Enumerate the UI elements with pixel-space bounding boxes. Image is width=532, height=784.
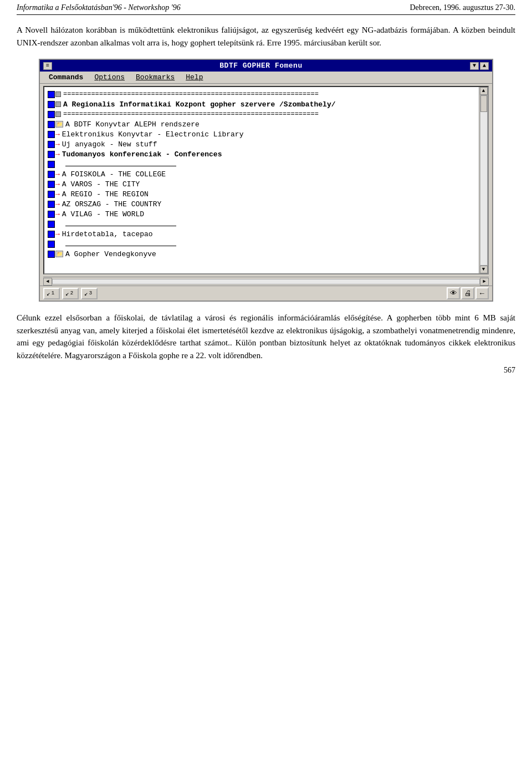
folder-icon: 📁: [55, 121, 63, 128]
row-icons: 📁: [48, 121, 63, 128]
item-text: Hirdetotabla, tacepao: [62, 230, 153, 238]
row-icons: →: [48, 150, 60, 159]
list-item: [48, 239, 484, 249]
blue-square-icon: [48, 91, 55, 98]
row-icons: →: [48, 190, 60, 198]
blue-square-icon: [48, 151, 55, 158]
back-icon[interactable]: ←: [475, 287, 489, 299]
item-text: A BDTF Konyvtar ALEPH rendszere: [65, 120, 200, 129]
status-icon-group: 👁 🖨 ←: [447, 287, 489, 299]
list-item[interactable]: → Elektronikus Konyvtar - Electronic Lib…: [48, 129, 484, 139]
arrow-right-icon: →: [55, 130, 60, 139]
arrow-right-icon: →: [55, 140, 60, 149]
item-text: A FOISKOLA - THE COLLEGE: [62, 170, 166, 179]
list-item[interactable]: 📁 A BDTF Konyvtar ALEPH rendszere: [48, 119, 484, 129]
horizontal-scrollbar[interactable]: ◄ ►: [43, 277, 489, 286]
status-button-2[interactable]: ↙ 2: [62, 288, 79, 299]
row-icons: [48, 221, 63, 228]
separator-text: ========================================…: [63, 90, 319, 98]
scrollbar-thumb[interactable]: [480, 95, 487, 112]
blue-square-icon: [48, 251, 55, 258]
gopher-title: BDTF GOPHER Fomenu: [52, 62, 470, 70]
scroll-left-button[interactable]: ◄: [43, 278, 52, 286]
gopher-content: ========================================…: [43, 86, 489, 274]
blue-square-icon: [48, 161, 55, 168]
row-icons: 📁: [48, 251, 63, 258]
list-item: ========================================…: [48, 109, 484, 119]
row-icons: →: [48, 200, 60, 208]
vertical-scrollbar[interactable]: ▲ ▼: [479, 87, 488, 273]
blue-square-icon: [48, 241, 55, 248]
row-icons: →: [48, 170, 60, 179]
list-item[interactable]: → A VILAG - THE WORLD: [48, 209, 484, 219]
status-btn-2-label: ↙: [65, 290, 69, 297]
item-text: A VILAG - THE WORLD: [62, 210, 144, 218]
scroll-up-button[interactable]: ▲: [480, 87, 488, 95]
print-icon[interactable]: 🖨: [461, 287, 474, 299]
item-text: Elektronikus Konyvtar - Electronic Libra…: [62, 130, 244, 139]
arrow-right-icon: →: [55, 210, 60, 218]
scroll-down-button[interactable]: ▼: [480, 266, 488, 273]
gopher-statusbar: ↙ 1 ↙ 2 ↙ 3 👁 🖨 ←: [40, 286, 492, 301]
menu-help[interactable]: Help: [180, 73, 208, 82]
row-icons: →: [48, 130, 60, 139]
scrollbar-track[interactable]: [480, 95, 488, 266]
list-item[interactable]: → A VAROS - THE CITY: [48, 179, 484, 189]
titlebar-left-buttons[interactable]: ≡: [43, 62, 52, 70]
hscrollbar-track[interactable]: [52, 279, 480, 284]
blue-square-icon: [48, 211, 55, 218]
blue-square-icon: [48, 181, 55, 188]
titlebar-menu-button[interactable]: ≡: [43, 62, 52, 70]
row-icons: [48, 111, 61, 118]
blue-square-icon: [48, 221, 55, 228]
list-item[interactable]: → Uj anyagok - New stuff: [48, 139, 484, 149]
status-btn-2-num: 2: [70, 291, 73, 296]
scroll-right-button[interactable]: ►: [480, 278, 489, 286]
row-icons: [48, 161, 63, 168]
gopher-menubar: Commands Options Bookmarks Help: [40, 72, 492, 84]
blue-square-icon: [48, 111, 55, 118]
divider-line: [65, 246, 176, 246]
heading-text: A Regionalis Informatikai Kozpont gopher…: [63, 100, 335, 109]
gopher-titlebar: ≡ BDTF GOPHER Fomenu ▼ ▲: [40, 60, 492, 72]
gray-square-icon: [55, 101, 61, 107]
list-item[interactable]: → Hirdetotabla, tacepao: [48, 229, 484, 239]
list-item[interactable]: A Regionalis Informatikai Kozpont gopher…: [48, 99, 484, 109]
divider-line: [65, 226, 176, 226]
view-icon[interactable]: 👁: [447, 287, 460, 299]
folder-icon: 📁: [55, 251, 63, 257]
list-item: ========================================…: [48, 89, 484, 99]
menu-options[interactable]: Options: [89, 73, 130, 82]
row-icons: [48, 101, 61, 108]
blue-square-icon: [48, 141, 55, 148]
blue-square-icon: [48, 101, 55, 108]
arrow-right-icon: →: [55, 200, 60, 208]
blue-square-icon: [48, 171, 55, 178]
list-item: [48, 219, 484, 229]
paragraph-1: A Novell hálózaton korábban is működtett…: [17, 24, 515, 49]
divider-line: [65, 166, 176, 166]
page-header: Informatika a Felsőoktatásban'96 - Netwo…: [17, 0, 515, 15]
list-item[interactable]: → Tudomanyos konferenciak - Conferences: [48, 149, 484, 159]
list-item[interactable]: → A FOISKOLA - THE COLLEGE: [48, 169, 484, 179]
arrow-right-icon: →: [55, 230, 60, 238]
status-button-3[interactable]: ↙ 3: [81, 288, 98, 299]
status-button-1[interactable]: ↙ 1: [43, 288, 60, 299]
list-item[interactable]: → AZ ORSZAG - THE COUNTRY: [48, 199, 484, 209]
arrow-right-icon: →: [55, 180, 60, 189]
item-text: A VAROS - THE CITY: [62, 180, 140, 189]
list-item[interactable]: → A REGIO - THE REGION: [48, 189, 484, 199]
titlebar-right-buttons[interactable]: ▼ ▲: [470, 62, 489, 70]
header-right: Debrecen, 1996. augusztus 27-30.: [410, 3, 515, 12]
blue-square-icon: [48, 201, 55, 208]
titlebar-maximize-button[interactable]: ▲: [480, 62, 489, 70]
item-text: AZ ORSZAG - THE COUNTRY: [62, 200, 161, 208]
list-item[interactable]: 📁 A Gopher Vendegkonyve: [48, 249, 484, 259]
row-icons: →: [48, 210, 60, 218]
row-icons: [48, 91, 61, 98]
menu-bookmarks[interactable]: Bookmarks: [130, 73, 180, 82]
titlebar-minimize-button[interactable]: ▼: [470, 62, 479, 70]
menu-commands[interactable]: Commands: [43, 73, 89, 82]
blue-square-icon: [48, 121, 55, 128]
page-number: 567: [17, 366, 515, 375]
